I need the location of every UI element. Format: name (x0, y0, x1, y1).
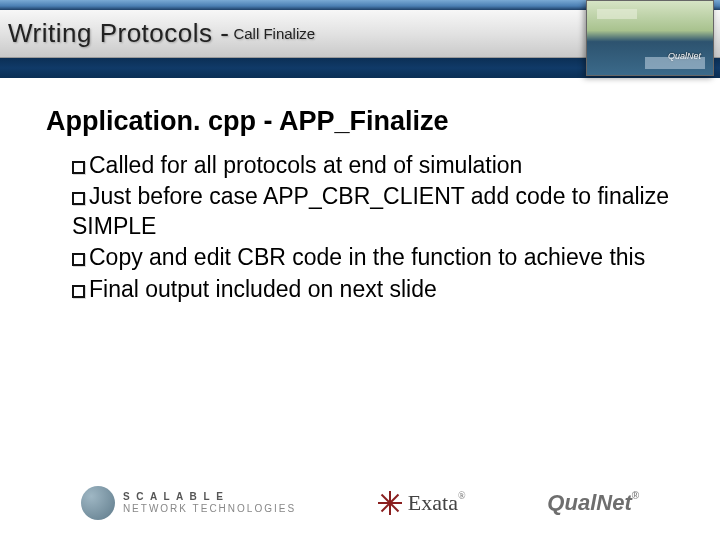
logo-qualnet: QualNet® (547, 490, 639, 516)
burst-icon (378, 490, 404, 516)
bullet-text: Copy and edit CBR code in the function t… (89, 244, 645, 270)
logo-scalable-text: S C A L A B L E NETWORK TECHNOLOGIES (123, 491, 296, 515)
trademark-icon: ® (632, 490, 639, 501)
slide-header: Writing Protocols - Call Finalize QualNe… (0, 0, 720, 78)
list-item: Final output included on next slide (72, 275, 680, 304)
list-item: Copy and edit CBR code in the function t… (72, 243, 680, 272)
bullet-text: Final output included on next slide (89, 276, 437, 302)
logo-scalable-line1: S C A L A B L E (123, 491, 296, 503)
corner-thumbnail-label: QualNet (668, 51, 701, 61)
corner-thumbnail: QualNet (586, 0, 714, 76)
logo-scalable-line2: NETWORK TECHNOLOGIES (123, 503, 296, 515)
globe-icon (81, 486, 115, 520)
checkbox-icon (72, 253, 85, 266)
title-subtitle: Call Finalize (233, 25, 315, 42)
logo-qualnet-text: QualNet® (547, 490, 639, 516)
bullet-text: Just before case APP_CBR_CLIENT add code… (72, 183, 669, 238)
checkbox-icon (72, 161, 85, 174)
footer-logos: S C A L A B L E NETWORK TECHNOLOGIES Exa… (0, 486, 720, 520)
checkbox-icon (72, 192, 85, 205)
slide-body: Application. cpp - APP_Finalize Called f… (0, 78, 720, 304)
logo-scalable: S C A L A B L E NETWORK TECHNOLOGIES (81, 486, 296, 520)
section-heading: Application. cpp - APP_Finalize (46, 106, 680, 137)
bullet-text: Called for all protocols at end of simul… (89, 152, 522, 178)
bullet-list: Called for all protocols at end of simul… (46, 151, 680, 304)
trademark-icon: ® (458, 490, 466, 501)
list-item: Just before case APP_CBR_CLIENT add code… (72, 182, 680, 241)
list-item: Called for all protocols at end of simul… (72, 151, 680, 180)
checkbox-icon (72, 285, 85, 298)
logo-exata: Exata® (378, 490, 466, 516)
title-main: Writing Protocols - (8, 18, 229, 49)
logo-exata-text: Exata® (408, 490, 466, 516)
